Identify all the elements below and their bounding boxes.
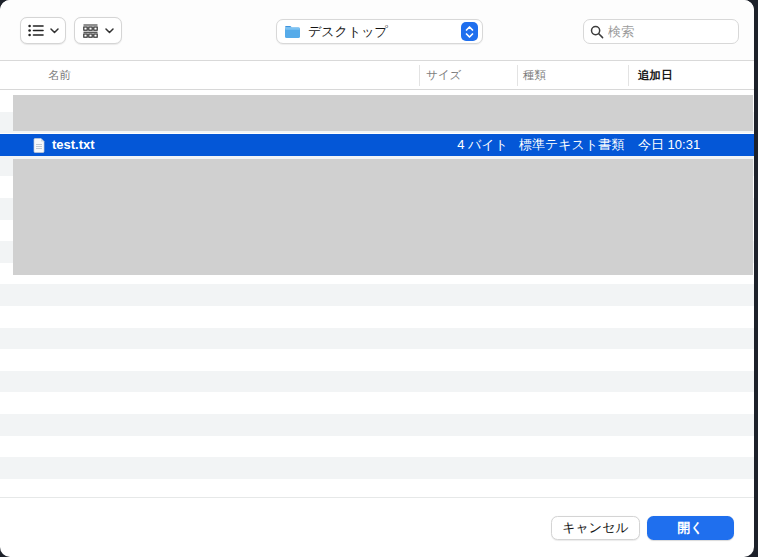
file-open-dialog: デスクトップ 名前 サイズ 種類 追加日 — [0, 0, 754, 557]
cancel-button[interactable]: キャンセル — [551, 516, 640, 540]
chevron-down-icon — [50, 28, 59, 34]
redacted-files-block — [13, 95, 753, 131]
column-header-row: 名前 サイズ 種類 追加日 — [0, 61, 754, 90]
search-icon — [590, 25, 604, 39]
search-field[interactable] — [583, 19, 739, 44]
location-dropdown[interactable]: デスクトップ — [276, 19, 483, 44]
column-divider — [517, 65, 518, 86]
group-view-button[interactable] — [74, 17, 122, 44]
location-dropdown-value: デスクトップ — [308, 23, 461, 41]
file-date-added: 今日 10:31 — [638, 134, 700, 156]
column-divider — [628, 65, 629, 86]
file-name: test.txt — [52, 134, 95, 156]
file-kind: 標準テキスト書類 — [519, 134, 624, 156]
document-icon — [33, 138, 45, 153]
column-header-size[interactable]: サイズ — [426, 68, 461, 83]
toolbar: デスクトップ — [0, 0, 754, 61]
column-divider — [419, 65, 420, 86]
search-input[interactable] — [608, 24, 732, 39]
list-view-button[interactable] — [20, 17, 66, 44]
grid-view-icon — [83, 24, 99, 38]
open-button[interactable]: 開く — [647, 516, 734, 540]
column-header-date-added[interactable]: 追加日 — [638, 68, 673, 83]
column-header-kind[interactable]: 種類 — [523, 68, 546, 83]
redacted-files-block — [13, 159, 753, 275]
dropdown-stepper-icon[interactable] — [461, 22, 478, 41]
folder-icon — [284, 25, 301, 39]
file-row-selected[interactable]: test.txt 4 バイト 標準テキスト書類 今日 10:31 — [0, 134, 754, 156]
list-view-icon — [28, 24, 44, 37]
column-header-name[interactable]: 名前 — [48, 68, 71, 83]
chevron-down-icon — [105, 28, 114, 34]
list-footer-divider — [0, 497, 754, 498]
file-size: 4 バイト — [419, 134, 508, 156]
